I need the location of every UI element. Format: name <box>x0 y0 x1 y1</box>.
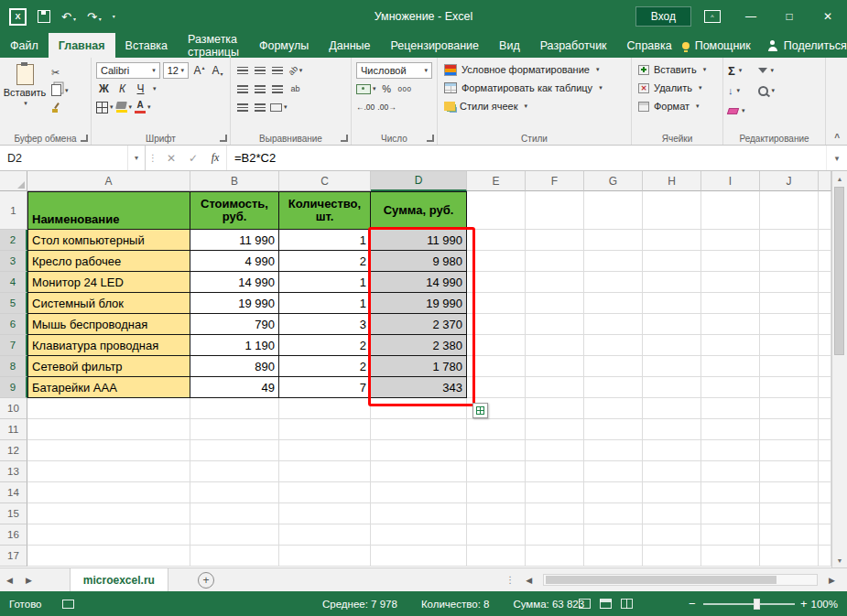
cell-F1[interactable] <box>526 191 584 230</box>
row-header-12[interactable]: 12 <box>0 440 27 461</box>
format-as-table-button[interactable]: Форматировать как таблицу ▾ <box>440 79 628 97</box>
save-icon[interactable] <box>38 10 50 23</box>
col-header-G[interactable]: G <box>584 171 643 191</box>
cell-H15[interactable] <box>643 503 701 524</box>
font-name-select[interactable]: Calibri▾ <box>96 62 160 79</box>
underline-options-icon[interactable]: ▾ <box>153 85 157 92</box>
cell-D7[interactable]: 2 380 <box>371 335 467 356</box>
cell-F15[interactable] <box>526 503 584 524</box>
cell-I8[interactable] <box>701 356 760 377</box>
cell-D1[interactable]: Сумма, руб. <box>371 191 467 230</box>
cell-F7[interactable] <box>526 335 584 356</box>
autofill-options-button[interactable] <box>472 403 488 418</box>
col-header-E[interactable]: E <box>467 171 526 191</box>
align-right-button[interactable] <box>270 81 285 96</box>
cell-G4[interactable] <box>584 272 643 293</box>
cell-A3[interactable]: Кресло рабочее <box>27 251 190 272</box>
maximize-button[interactable]: □ <box>770 0 809 33</box>
formula-bar-handle[interactable]: ⋮ <box>146 146 160 170</box>
bold-button[interactable]: Ж <box>96 81 112 97</box>
zoom-level[interactable]: 100% <box>811 591 838 616</box>
clear-button[interactable]: ▾ <box>726 103 747 119</box>
cell-C16[interactable] <box>279 524 371 546</box>
cell-J12[interactable] <box>760 440 819 461</box>
comma-style-button[interactable]: 000 <box>397 81 413 97</box>
italic-button[interactable]: К <box>114 81 130 97</box>
cell-J15[interactable] <box>760 503 819 524</box>
cell-H9[interactable] <box>643 377 701 398</box>
cell-F6[interactable] <box>526 314 584 335</box>
formula-input[interactable]: =B2*C2 <box>227 146 826 170</box>
cell-E4[interactable] <box>467 272 526 293</box>
cell-J17[interactable] <box>760 546 819 567</box>
cell-C11[interactable] <box>279 419 371 440</box>
increase-decimal-button[interactable]: ←.00 <box>356 99 375 115</box>
cell-B13[interactable] <box>190 461 279 482</box>
cell-H5[interactable] <box>643 293 701 314</box>
cell-C5[interactable]: 1 <box>279 293 371 314</box>
cell-J1[interactable] <box>760 191 819 230</box>
col-header-A[interactable]: A <box>27 171 190 191</box>
vertical-scroll-thumb[interactable] <box>834 187 844 355</box>
cell-I1[interactable] <box>701 191 760 230</box>
horizontal-scroll-thumb[interactable] <box>546 576 776 584</box>
cell-J16[interactable] <box>760 524 819 546</box>
cell-I16[interactable] <box>701 524 760 546</box>
cell-J4[interactable] <box>760 272 819 293</box>
share-button[interactable]: Поделиться <box>767 39 847 52</box>
cell-F13[interactable] <box>526 461 584 482</box>
collapse-ribbon-button[interactable]: ^ <box>834 133 840 143</box>
cell-E9[interactable] <box>467 377 526 398</box>
align-bottom-button[interactable] <box>270 63 285 78</box>
row-header-6[interactable]: 6 <box>0 314 27 335</box>
cell-E1[interactable] <box>467 191 526 230</box>
row-header-15[interactable]: 15 <box>0 503 27 524</box>
tab-view[interactable]: Вид <box>489 33 530 58</box>
cell-G6[interactable] <box>584 314 643 335</box>
row-header-7[interactable]: 7 <box>0 335 27 356</box>
col-header-C[interactable]: C <box>279 171 371 191</box>
cell-G8[interactable] <box>584 356 643 377</box>
cell-H16[interactable] <box>643 524 701 546</box>
cell-C2[interactable]: 1 <box>279 230 371 251</box>
cell-I15[interactable] <box>701 503 760 524</box>
close-button[interactable]: ✕ <box>809 0 847 33</box>
align-top-button[interactable] <box>235 63 250 78</box>
new-sheet-button[interactable]: + <box>198 572 214 589</box>
cell-C17[interactable] <box>279 546 371 567</box>
zoom-out-button[interactable]: − <box>689 591 696 616</box>
cell-G17[interactable] <box>584 546 643 567</box>
cell-I4[interactable] <box>701 272 760 293</box>
sheet-nav-right-button[interactable]: ▶ <box>19 576 38 585</box>
tab-home[interactable]: Главная <box>49 33 115 58</box>
cell-D5[interactable]: 19 990 <box>371 293 467 314</box>
sheet-nav-left-button[interactable]: ◀ <box>0 576 19 585</box>
format-painter-button[interactable] <box>51 101 69 114</box>
cell-E7[interactable] <box>467 335 526 356</box>
cell-D2[interactable]: 11 990 <box>371 230 467 251</box>
cell-C9[interactable]: 7 <box>279 377 371 398</box>
cell-J14[interactable] <box>760 482 819 503</box>
dialog-launcher-icon[interactable] <box>341 135 348 142</box>
cell-C7[interactable]: 2 <box>279 335 371 356</box>
cell-I6[interactable] <box>701 314 760 335</box>
row-header-16[interactable]: 16 <box>0 524 27 546</box>
macro-record-icon[interactable] <box>62 600 74 609</box>
cell-E15[interactable] <box>467 503 526 524</box>
cell-B12[interactable] <box>190 440 279 461</box>
find-select-button[interactable]: ▾ <box>756 82 777 99</box>
cell-A8[interactable]: Сетевой фильтр <box>27 356 190 377</box>
undo-button[interactable]: ↶▾ <box>61 10 76 24</box>
cell-H2[interactable] <box>643 230 701 251</box>
row-header-11[interactable]: 11 <box>0 419 27 440</box>
cell-G5[interactable] <box>584 293 643 314</box>
cell-A6[interactable]: Мышь беспроводная <box>27 314 190 335</box>
cell-F14[interactable] <box>526 482 584 503</box>
cell-G15[interactable] <box>584 503 643 524</box>
cell-I10[interactable] <box>701 398 760 419</box>
cell-I14[interactable] <box>701 482 760 503</box>
decrease-decimal-button[interactable]: .00→ <box>377 99 396 115</box>
row-header-3[interactable]: 3 <box>0 251 27 272</box>
assistant-button[interactable]: Помощник <box>682 39 751 52</box>
cell-B2[interactable]: 11 990 <box>190 230 279 251</box>
